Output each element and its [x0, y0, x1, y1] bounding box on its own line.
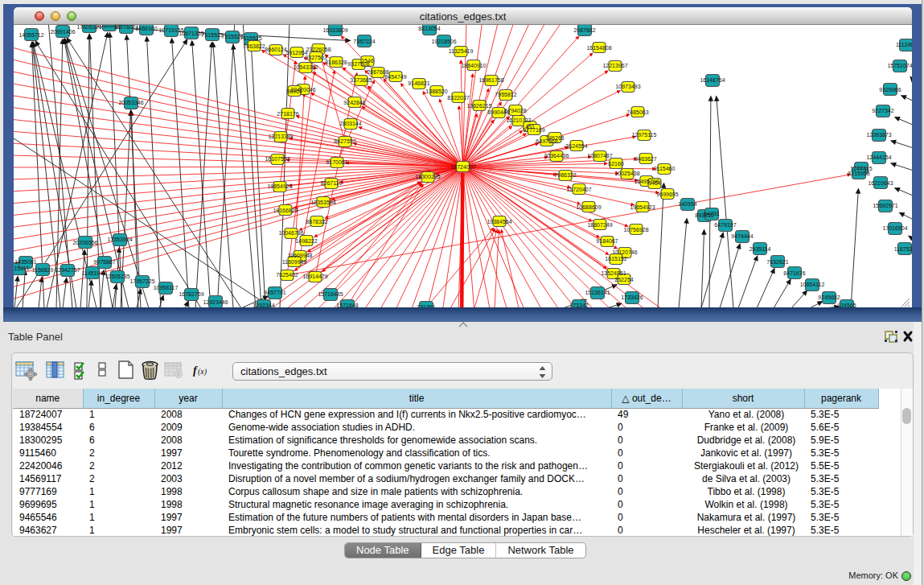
svg-text:10973493: 10973493 — [615, 84, 640, 89]
svg-text:20691406: 20691406 — [50, 29, 75, 35]
svg-text:7955812: 7955812 — [495, 92, 516, 97]
svg-text:252254: 252254 — [614, 277, 633, 282]
svg-text:9975887: 9975887 — [93, 259, 115, 265]
svg-text:9464: 9464 — [648, 180, 661, 186]
svg-text:6794028: 6794028 — [504, 108, 526, 113]
svg-text:1292344: 1292344 — [253, 303, 274, 307]
svg-text:1112480: 1112480 — [896, 42, 912, 47]
svg-text:16782759: 16782759 — [179, 291, 203, 297]
svg-text:16210643: 16210643 — [868, 180, 893, 186]
svg-text:15716485: 15716485 — [318, 291, 343, 297]
svg-text:19654923: 19654923 — [630, 204, 655, 210]
svg-text:16914479: 16914479 — [302, 274, 327, 279]
svg-text:20206556: 20206556 — [72, 240, 97, 245]
svg-text:9327503: 9327503 — [305, 55, 326, 60]
svg-text:6466160: 6466160 — [135, 26, 157, 31]
svg-text:16961758: 16961758 — [478, 77, 503, 83]
svg-text:1435061: 1435061 — [14, 259, 36, 265]
svg-text:2718176: 2718176 — [277, 111, 298, 117]
svg-text:12353594: 12353594 — [310, 200, 335, 205]
svg-text:173342: 173342 — [569, 303, 588, 307]
svg-text:18724007: 18724007 — [450, 164, 475, 170]
svg-text:19854923: 19854923 — [267, 183, 292, 189]
svg-text:2803144: 2803144 — [339, 121, 361, 126]
svg-text:7485063: 7485063 — [626, 109, 648, 115]
svg-text:1571648: 1571648 — [336, 303, 358, 307]
svg-text:10688609: 10688609 — [576, 204, 601, 210]
svg-text:8878332: 8878332 — [306, 219, 327, 225]
svg-text:19384554: 19384554 — [487, 219, 511, 225]
svg-text:2087682: 2087682 — [573, 27, 595, 33]
svg-text:64791: 64791 — [704, 211, 720, 216]
svg-text:19166829: 19166829 — [273, 208, 298, 213]
svg-text:13626215: 13626215 — [466, 103, 491, 109]
svg-text:9227342: 9227342 — [872, 108, 893, 113]
svg-text:7357224: 7357224 — [353, 39, 375, 44]
svg-text:20053346: 20053346 — [118, 100, 143, 105]
svg-text:9777169: 9777169 — [523, 127, 544, 133]
svg-text:1498222: 1498222 — [295, 238, 317, 244]
svg-text:8215953: 8215953 — [848, 171, 869, 176]
svg-text:11609949: 11609949 — [282, 259, 307, 265]
svg-text:10958117: 10958117 — [154, 285, 179, 290]
svg-text:2935114: 2935114 — [749, 246, 771, 252]
svg-text:7515525: 7515525 — [201, 32, 223, 38]
svg-text:9170061: 9170061 — [326, 159, 347, 165]
svg-text:140954: 140954 — [678, 201, 696, 207]
svg-text:1733426: 1733426 — [621, 295, 643, 300]
svg-text:1167533: 1167533 — [894, 246, 912, 252]
svg-text:8322037: 8322037 — [447, 95, 469, 101]
svg-text:10025438: 10025438 — [614, 171, 639, 176]
svg-text:9115460: 9115460 — [654, 166, 676, 171]
svg-text:3624554: 3624554 — [565, 143, 587, 149]
svg-text:3915911: 3915911 — [14, 266, 29, 271]
svg-text:10543362: 10543362 — [293, 64, 318, 70]
svg-text:9245652: 9245652 — [818, 295, 840, 300]
svg-text:8660124: 8660124 — [265, 47, 286, 52]
svg-text:9184067: 9184067 — [596, 238, 618, 244]
svg-text:18300295: 18300295 — [415, 174, 440, 179]
svg-text:18640910: 18640910 — [461, 63, 486, 68]
svg-text:9146821: 9146821 — [408, 80, 429, 86]
svg-text:9329966: 9329966 — [879, 87, 901, 93]
svg-text:6479197: 6479197 — [714, 222, 736, 228]
svg-text:10807487: 10807487 — [587, 153, 612, 159]
svg-text:19218506: 19218506 — [431, 39, 456, 44]
svg-text:16033809: 16033809 — [322, 27, 347, 33]
svg-text:8471676: 8471676 — [783, 270, 805, 276]
svg-text:8186328: 8186328 — [325, 60, 347, 65]
svg-text:12213389: 12213389 — [268, 134, 293, 139]
svg-text:12213967: 12213967 — [602, 63, 627, 68]
svg-text:18807249: 18807249 — [587, 222, 612, 228]
svg-text:12093873: 12093873 — [866, 132, 891, 138]
svg-text:10654112: 10654112 — [800, 282, 825, 287]
svg-text:14055712: 14055712 — [18, 32, 43, 38]
svg-text:16671355: 16671355 — [179, 31, 203, 36]
svg-text:8813054: 8813054 — [418, 26, 440, 31]
svg-text:62160: 62160 — [608, 161, 624, 167]
svg-text:924565: 924565 — [837, 303, 856, 307]
svg-text:746266: 746266 — [545, 135, 564, 141]
svg-text:9463627: 9463627 — [634, 156, 656, 162]
svg-text:20364436: 20364436 — [544, 153, 569, 159]
svg-text:1145194: 1145194 — [82, 270, 104, 276]
svg-text:9457791: 9457791 — [264, 290, 285, 295]
svg-text:7986322: 7986322 — [554, 172, 576, 178]
svg-text:7463822: 7463822 — [243, 43, 265, 49]
svg-text:3373685: 3373685 — [350, 77, 372, 83]
svg-text:15136141: 15136141 — [585, 290, 610, 295]
svg-text:17353924: 17353924 — [107, 237, 132, 242]
svg-text:(x): (x) — [198, 367, 207, 377]
svg-text:8267110: 8267110 — [321, 180, 343, 186]
svg-text:15720407: 15720407 — [566, 187, 591, 192]
svg-text:17016504: 17016504 — [882, 225, 907, 231]
svg-text:13524851: 13524851 — [601, 270, 626, 276]
svg-text:9699695: 9699695 — [656, 192, 678, 197]
svg-text:8427552: 8427552 — [334, 138, 355, 144]
svg-text:16154808: 16154808 — [586, 45, 611, 51]
svg-text:10756928: 10756928 — [623, 227, 648, 233]
svg-text:16107553: 16107553 — [265, 156, 290, 162]
svg-text:7615525: 7615525 — [240, 35, 261, 41]
svg-text:9242848: 9242848 — [343, 100, 365, 105]
svg-text:8454749: 8454749 — [384, 74, 406, 80]
